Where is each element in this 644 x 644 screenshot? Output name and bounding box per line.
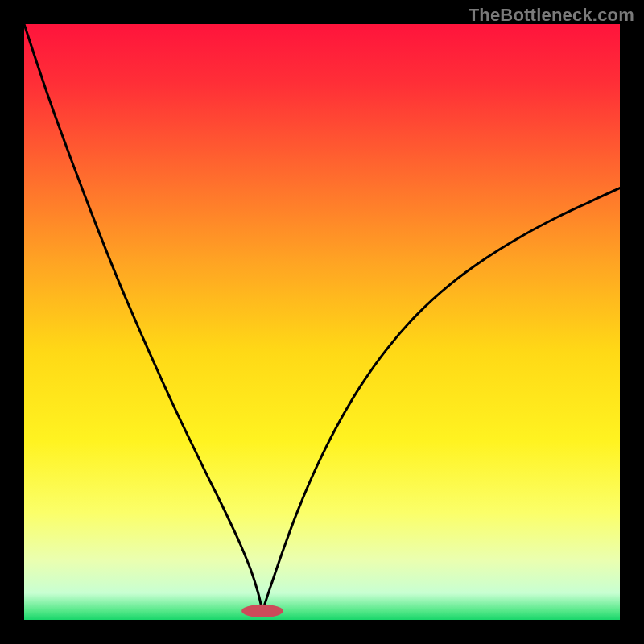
plot-area [24,24,620,620]
watermark-text: TheBottleneck.com [469,5,634,26]
minimum-marker [242,605,283,617]
gradient-background [24,24,620,620]
chart-svg [24,24,620,620]
chart-frame: TheBottleneck.com [0,0,644,644]
